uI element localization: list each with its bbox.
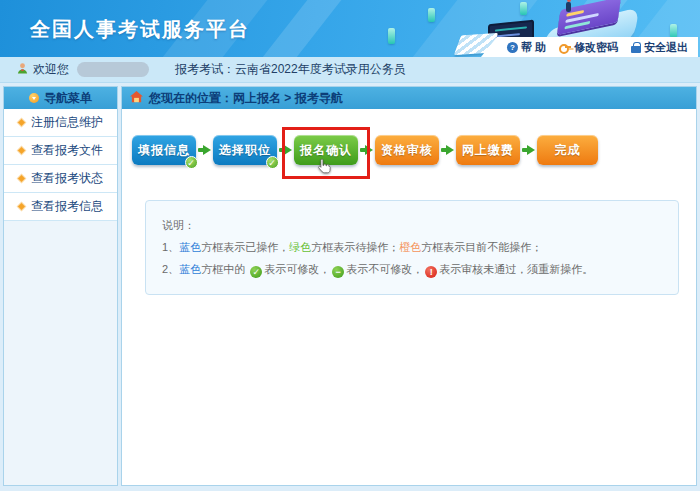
body: 导航菜单 注册信息维护 查看报考文件 查看报考状态 查看报考信息 [0, 83, 700, 491]
step-label: 网上缴费 [462, 142, 514, 159]
welcome-bar: 欢迎您 报考考试：云南省2022年度考试录用公务员 [0, 57, 700, 83]
sidebar-item-label: 查看报考信息 [31, 198, 103, 215]
step-fill-info[interactable]: 填报信息 ✓ [132, 135, 196, 165]
minus-circle-icon: − [332, 266, 344, 278]
sidebar-item-label: 查看报考状态 [31, 170, 103, 187]
sidebar: 导航菜单 注册信息维护 查看报考文件 查看报考状态 查看报考信息 [3, 86, 118, 486]
step-confirm-registration[interactable]: 报名确认 [294, 135, 358, 165]
sidebar-item-view-documents[interactable]: 查看报考文件 [4, 137, 117, 165]
check-badge-icon: ✓ [185, 156, 198, 169]
welcome-greeting: 欢迎您 [33, 61, 69, 78]
sidebar-item-label: 注册信息维护 [31, 114, 103, 131]
redacted-username [77, 62, 149, 77]
bullet-icon [18, 119, 25, 126]
arrow-right-icon [360, 145, 373, 155]
step-label: 资格审核 [381, 142, 433, 159]
check-circle-icon: ✓ [250, 266, 262, 278]
sidebar-menu: 注册信息维护 查看报考文件 查看报考状态 查看报考信息 [4, 109, 117, 221]
change-password-button[interactable]: 修改密码 [559, 40, 618, 55]
sidebar-item-label: 查看报考文件 [31, 142, 103, 159]
sidebar-title: 导航菜单 [44, 90, 92, 107]
content-area: 填报信息 ✓ 选择职位 ✓ 报名确认 [122, 109, 696, 485]
home-icon [130, 91, 143, 106]
page: 全国人事考试服务平台 ? 帮 助 修改密码 安全退出 [0, 0, 700, 491]
arrow-right-icon [279, 145, 292, 155]
bullet-icon [18, 175, 25, 182]
step-label: 报名确认 [300, 142, 352, 159]
step-qualification-review[interactable]: 资格审核 [375, 135, 439, 165]
step-label: 选择职位 [219, 142, 271, 159]
main-panel: 您现在的位置：网上报名 > 报考导航 填报信息 ✓ 选择职位 ✓ [121, 86, 697, 486]
bullet-icon [18, 203, 25, 210]
lock-icon [631, 42, 641, 53]
notes-box: 说明： 1、蓝色方框表示已操作，绿色方框表示待操作；橙色方框表示目前不能操作； … [145, 200, 679, 295]
logout-label: 安全退出 [644, 40, 688, 55]
help-icon: ? [507, 42, 518, 53]
person-figure-graphic [566, 2, 571, 12]
step-label: 完成 [555, 142, 581, 159]
sidebar-item-register-info[interactable]: 注册信息维护 [4, 109, 117, 137]
key-icon [559, 42, 571, 53]
change-password-label: 修改密码 [574, 40, 618, 55]
exclamation-circle-icon: ! [425, 266, 437, 278]
check-badge-icon: ✓ [266, 156, 279, 169]
logout-button[interactable]: 安全退出 [631, 40, 688, 55]
arrow-right-icon [441, 145, 454, 155]
step-label: 填报信息 [138, 142, 190, 159]
help-label: 帮 助 [521, 40, 546, 55]
flow-steps: 填报信息 ✓ 选择职位 ✓ 报名确认 [132, 127, 696, 173]
arrow-right-icon [522, 145, 535, 155]
breadcrumb: 您现在的位置：网上报名 > 报考导航 [122, 87, 696, 109]
step-online-payment[interactable]: 网上缴费 [456, 135, 520, 165]
step-complete[interactable]: 完成 [537, 135, 598, 165]
notes-title: 说明： [162, 214, 662, 236]
sidebar-item-view-info[interactable]: 查看报考信息 [4, 193, 117, 221]
breadcrumb-text: 您现在的位置：网上报名 > 报考导航 [149, 90, 343, 107]
step-select-position[interactable]: 选择职位 ✓ [213, 135, 277, 165]
bullet-icon [18, 147, 25, 154]
help-button[interactable]: ? 帮 助 [507, 40, 546, 55]
notes-line-1: 1、蓝色方框表示已操作，绿色方框表示待操作；橙色方框表示目前不能操作； [162, 236, 662, 258]
highlight-box: 报名确认 [294, 135, 358, 165]
arrow-right-icon [198, 145, 211, 155]
hand-cursor-icon [316, 158, 333, 178]
sidebar-item-view-status[interactable]: 查看报考状态 [4, 165, 117, 193]
notes-line-2: 2、蓝色方框中的 ✓表示可修改，−表示不可修改，!表示审核未通过，须重新操作。 [162, 258, 662, 280]
toolbar: ? 帮 助 修改密码 安全退出 [481, 37, 698, 57]
sidebar-header: 导航菜单 [4, 87, 117, 109]
app-header: 全国人事考试服务平台 ? 帮 助 修改密码 安全退出 [0, 0, 700, 57]
menu-icon [29, 93, 39, 103]
exam-title: 报考考试：云南省2022年度考试录用公务员 [175, 61, 406, 78]
app-title: 全国人事考试服务平台 [30, 16, 250, 43]
user-icon [16, 62, 29, 78]
